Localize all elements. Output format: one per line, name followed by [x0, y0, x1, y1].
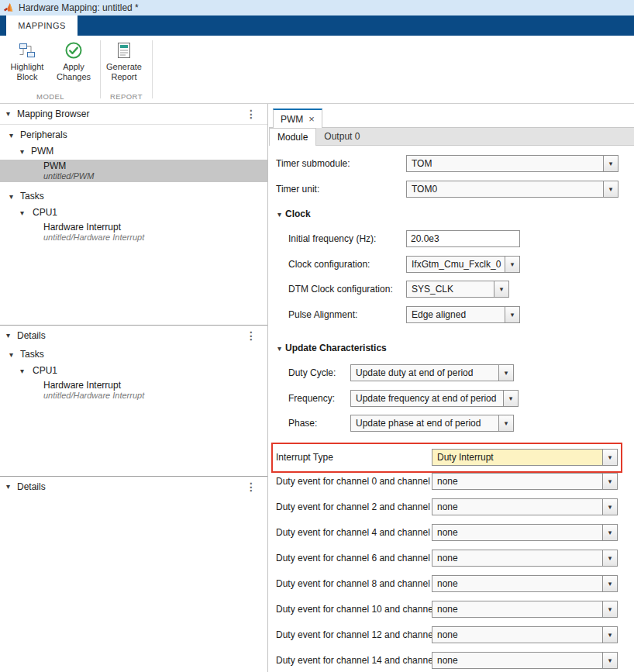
chevron-down-icon[interactable]: ▾	[498, 415, 513, 431]
window-title: Hardware Mapping: untitled *	[19, 2, 139, 13]
details-header-2: ▾ Details ⋮	[0, 476, 267, 496]
chevron-down-icon[interactable]: ▾	[602, 550, 617, 566]
apply-changes-label-line1: Apply	[51, 62, 96, 72]
chevron-down-icon[interactable]: ▾	[494, 281, 508, 297]
duty-event-ch2-3-label: Duty event for channel 2 and channel 3	[276, 501, 438, 513]
tree-item-cpu1[interactable]: ▾ CPU1	[0, 363, 267, 379]
chevron-down-icon[interactable]: ▾	[603, 156, 618, 171]
chevron-down-icon[interactable]: ▾	[503, 391, 518, 406]
dropdown-value: TOM0	[407, 181, 603, 197]
tree-expander-icon[interactable]: ▾	[9, 127, 13, 143]
highlight-block-button[interactable]: Highlight Block	[5, 40, 50, 98]
ribbon-toolbar: Highlight Block Apply Changes Generate R…	[0, 36, 634, 104]
tree-expander-icon[interactable]: ▾	[20, 205, 24, 221]
panel-menu-icon[interactable]: ⋮	[246, 477, 257, 497]
duty-event-ch10-11-dropdown[interactable]: none ▾	[432, 601, 618, 618]
interrupt-type-label: Interrupt Type	[276, 451, 333, 464]
tree-item-path: untitled/PWM	[43, 171, 267, 181]
tree-item-pwm-group[interactable]: ▾ PWM	[0, 143, 267, 160]
tree-expander-icon[interactable]: ▾	[9, 188, 13, 205]
duty-event-ch0-1-dropdown[interactable]: none ▾	[432, 473, 618, 490]
duty-event-ch8-9-label: Duty event for channel 8 and channel 9	[276, 577, 438, 590]
pulse-alignment-dropdown[interactable]: Edge aligned ▾	[406, 306, 520, 323]
duty-event-ch4-5-dropdown[interactable]: none ▾	[432, 524, 618, 541]
duty-event-ch6-7-dropdown[interactable]: none ▾	[432, 550, 618, 567]
chevron-down-icon[interactable]: ▾	[602, 627, 617, 643]
tab-mappings[interactable]: MAPPINGS	[6, 16, 78, 36]
tab-module[interactable]: Module	[269, 128, 316, 146]
timer-unit-label: Timer unit:	[276, 183, 319, 195]
initial-frequency-input[interactable]	[406, 230, 520, 247]
chevron-down-icon[interactable]: ▾	[602, 601, 617, 617]
dropdown-value: Edge aligned	[407, 307, 505, 322]
dropdown-value: none	[432, 474, 602, 489]
divider	[0, 124, 267, 125]
tree-expander-icon[interactable]: ▾	[20, 363, 24, 379]
tree-item-tasks[interactable]: ▾ Tasks	[0, 346, 267, 363]
tree-item-hardware-interrupt[interactable]: Hardware Interrupt untitled/Hardware Int…	[0, 379, 267, 401]
generate-report-button[interactable]: Generate Report	[101, 40, 147, 98]
generate-report-label-line2: Report	[101, 72, 147, 82]
chevron-down-icon[interactable]: ▾	[603, 181, 618, 197]
collapse-arrow-icon[interactable]: ▾	[6, 326, 10, 346]
duty-event-ch12-13-dropdown[interactable]: none ▾	[432, 626, 618, 643]
dropdown-value: Update phase at end of period	[351, 415, 498, 431]
tree-item-tasks[interactable]: ▾ Tasks	[0, 188, 267, 205]
tree-expander-icon[interactable]: ▾	[9, 346, 13, 363]
duty-event-ch12-13-label: Duty event for channel 12 and channel 13	[276, 629, 448, 641]
collapse-arrow-icon[interactable]: ▾	[6, 104, 10, 124]
tab-output0[interactable]: Output 0	[316, 128, 367, 145]
chevron-down-icon[interactable]: ▾	[505, 257, 519, 272]
close-icon[interactable]: ×	[308, 114, 315, 124]
dropdown-value: none	[432, 627, 602, 643]
chevron-down-icon[interactable]: ▾	[602, 474, 617, 489]
dtm-clock-configuration-label: DTM Clock configuration:	[288, 283, 393, 295]
tree-item-hardware-interrupt[interactable]: Hardware Interrupt untitled/Hardware Int…	[0, 221, 267, 243]
generate-report-icon	[115, 41, 133, 60]
dtm-clock-configuration-dropdown[interactable]: SYS_CLK ▾	[406, 281, 509, 298]
chevron-down-icon[interactable]: ▾	[602, 525, 617, 540]
chevron-down-icon[interactable]: ▾	[602, 499, 617, 515]
dropdown-value: Duty Interrupt	[432, 450, 602, 465]
chevron-down-icon[interactable]: ▾	[505, 307, 519, 322]
editor-panel: PWM × Module Output 0 Timer submodule: T…	[269, 104, 634, 672]
tree-item-cpu1[interactable]: ▾ CPU1	[0, 205, 267, 221]
tree-expander-icon[interactable]: ▾	[20, 143, 24, 160]
apply-changes-button[interactable]: Apply Changes	[51, 40, 96, 98]
duty-event-ch8-9-dropdown[interactable]: none ▾	[432, 575, 618, 592]
tree-item-peripherals[interactable]: ▾ Peripherals	[0, 127, 267, 143]
pulse-alignment-label: Pulse Alignment:	[288, 308, 357, 321]
group-label-report: REPORT	[101, 92, 152, 101]
update-characteristics-section-header[interactable]: ▾Update Characteristics	[277, 342, 387, 354]
doc-tab-pwm[interactable]: PWM ×	[273, 109, 322, 128]
panel-menu-icon[interactable]: ⋮	[246, 326, 257, 346]
dropdown-value: none	[432, 576, 602, 591]
dropdown-value: Update frequency at end of period	[351, 391, 503, 406]
chevron-down-icon[interactable]: ▾	[602, 576, 617, 591]
clock-section-header[interactable]: ▾Clock	[277, 208, 311, 220]
panel-menu-icon[interactable]: ⋮	[246, 104, 257, 124]
duty-event-ch6-7-label: Duty event for channel 6 and channel 7	[276, 552, 438, 564]
matlab-logo-icon	[3, 2, 14, 13]
interrupt-type-dropdown[interactable]: Duty Interrupt ▾	[432, 449, 618, 466]
timer-unit-dropdown[interactable]: TOM0 ▾	[406, 181, 618, 198]
duty-event-ch14-15-label: Duty event for channel 14 and channel 15	[276, 654, 448, 667]
tree-item-name: PWM	[43, 160, 267, 171]
timer-submodule-dropdown[interactable]: TOM ▾	[406, 155, 618, 172]
dropdown-value: Update duty at end of period	[351, 365, 498, 381]
clock-configuration-dropdown[interactable]: IfxGtm_Cmu_Fxclk_0 ▾	[406, 256, 520, 273]
tree-item-pwm-instance[interactable]: PWM untitled/PWM	[0, 160, 267, 182]
apply-changes-icon	[64, 41, 83, 60]
collapse-arrow-icon: ▾	[277, 210, 281, 219]
chevron-down-icon[interactable]: ▾	[498, 365, 513, 381]
collapse-arrow-icon[interactable]: ▾	[6, 477, 10, 497]
frequency-dropdown[interactable]: Update frequency at end of period ▾	[350, 390, 519, 407]
tree-item-path: untitled/Hardware Interrupt	[43, 233, 267, 243]
chevron-down-icon[interactable]: ▾	[602, 450, 617, 465]
duty-event-ch14-15-dropdown[interactable]: none ▾	[432, 652, 618, 669]
duty-cycle-dropdown[interactable]: Update duty at end of period ▾	[350, 364, 514, 381]
duty-event-ch2-3-dropdown[interactable]: none ▾	[432, 498, 618, 515]
chevron-down-icon[interactable]: ▾	[602, 653, 617, 668]
phase-dropdown[interactable]: Update phase at end of period ▾	[350, 415, 514, 432]
collapse-arrow-icon: ▾	[277, 344, 281, 353]
